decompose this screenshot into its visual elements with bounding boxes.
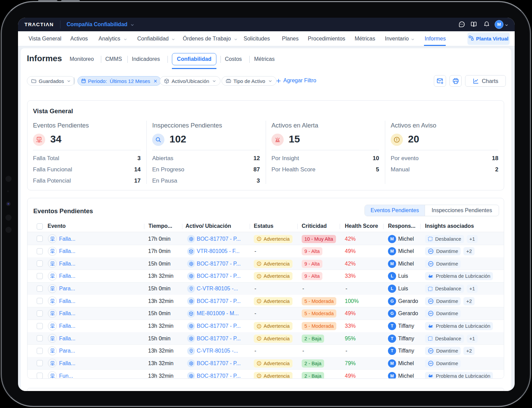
svg-text:OFF: OFF xyxy=(429,250,433,252)
svg-text:OFF: OFF xyxy=(429,300,433,302)
svg-text:OFF: OFF xyxy=(429,350,433,352)
svg-text:OFF: OFF xyxy=(429,362,433,364)
svg-text:OFF: OFF xyxy=(429,263,433,265)
svg-text:OFF: OFF xyxy=(429,312,433,314)
